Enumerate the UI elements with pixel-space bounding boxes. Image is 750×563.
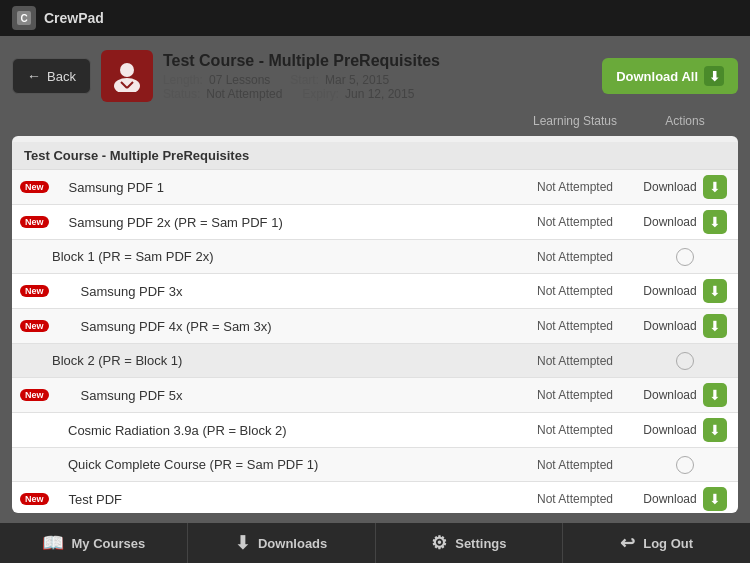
download-all-icon: ⬇: [704, 66, 724, 86]
download-label: Download: [643, 319, 696, 333]
row-action: [640, 352, 730, 370]
start-label: Start:: [290, 73, 319, 87]
row-label: Samsung PDF 1: [53, 180, 510, 195]
table-row: Block 2 (PR = Block 1) Not Attempted: [12, 344, 738, 378]
new-badge: New: [20, 216, 49, 228]
new-badge: New: [20, 181, 49, 193]
back-label: Back: [47, 69, 76, 84]
new-badge: New: [20, 389, 49, 401]
settings-icon: ⚙: [431, 532, 447, 554]
circle-status-icon: [676, 248, 694, 266]
downloads-icon: ⬇: [235, 532, 250, 554]
titlebar: C CrewPad: [0, 0, 750, 36]
course-icon: [101, 50, 153, 102]
nav-item-my-courses[interactable]: 📖 My Courses: [0, 523, 188, 563]
row-label: Block 1 (PR = Sam PDF 2x): [52, 249, 510, 264]
download-button[interactable]: ⬇: [703, 279, 727, 303]
circle-status-icon: [676, 352, 694, 370]
course-title: Test Course - Multiple PreRequisites: [163, 52, 592, 70]
download-label: Download: [643, 284, 696, 298]
nav-settings-label: Settings: [455, 536, 506, 551]
table-row: New Test PDF Not Attempted Download ⬇: [12, 482, 738, 513]
row-status: Not Attempted: [510, 180, 640, 194]
row-status: Not Attempted: [510, 492, 640, 506]
row-status: Not Attempted: [510, 319, 640, 333]
row-status: Not Attempted: [510, 215, 640, 229]
expiry-value: Jun 12, 2015: [345, 87, 414, 101]
bottom-nav: 📖 My Courses ⬇ Downloads ⚙ Settings ↩ Lo…: [0, 523, 750, 563]
row-label: Samsung PDF 5x: [53, 388, 510, 403]
row-action: Download ⬇: [640, 175, 730, 199]
nav-log-out-label: Log Out: [643, 536, 693, 551]
row-label: Samsung PDF 4x (PR = Sam 3x): [53, 319, 510, 334]
nav-item-settings[interactable]: ⚙ Settings: [376, 523, 564, 563]
learning-status-header: Learning Status: [510, 114, 640, 128]
download-label: Download: [643, 388, 696, 402]
download-button[interactable]: ⬇: [703, 314, 727, 338]
new-badge: New: [20, 285, 49, 297]
row-action: [640, 248, 730, 266]
svg-point-2: [120, 63, 134, 77]
table-row: Cosmic Radiation 3.9a (PR = Block 2) Not…: [12, 413, 738, 448]
my-courses-icon: 📖: [42, 532, 64, 554]
download-all-button[interactable]: Download All ⬇: [602, 58, 738, 94]
download-button[interactable]: ⬇: [703, 487, 727, 511]
course-info: Test Course - Multiple PreRequisites Len…: [163, 52, 592, 101]
download-label: Download: [643, 180, 696, 194]
row-label: Block 2 (PR = Block 1): [52, 353, 510, 368]
app-title: CrewPad: [44, 10, 104, 26]
row-action: Download ⬇: [640, 487, 730, 511]
main-content: ← Back Test Course - Multiple PreRequisi…: [0, 36, 750, 523]
row-status: Not Attempted: [510, 388, 640, 402]
start-value: Mar 5, 2015: [325, 73, 389, 87]
download-button[interactable]: ⬇: [703, 383, 727, 407]
row-status: Not Attempted: [510, 458, 640, 472]
nav-downloads-label: Downloads: [258, 536, 327, 551]
log-out-icon: ↩: [620, 532, 635, 554]
table-row: New Samsung PDF 3x Not Attempted Downloa…: [12, 274, 738, 309]
course-name-row: Test Course - Multiple PreRequisites: [12, 142, 738, 170]
download-button[interactable]: ⬇: [703, 418, 727, 442]
row-status: Not Attempted: [510, 354, 640, 368]
course-header: ← Back Test Course - Multiple PreRequisi…: [12, 46, 738, 106]
expiry-label: Expiry:: [302, 87, 339, 101]
length-label: Length:: [163, 73, 203, 87]
nav-my-courses-label: My Courses: [72, 536, 146, 551]
table-row: New Samsung PDF 1 Not Attempted Download…: [12, 170, 738, 205]
row-label: Cosmic Radiation 3.9a (PR = Block 2): [52, 423, 510, 438]
new-badge: New: [20, 320, 49, 332]
download-label: Download: [643, 423, 696, 437]
actions-header: Actions: [640, 114, 730, 128]
length-value: 07 Lessons: [209, 73, 270, 87]
row-action: Download ⬇: [640, 279, 730, 303]
app-icon: C: [12, 6, 36, 30]
download-button[interactable]: ⬇: [703, 175, 727, 199]
nav-item-downloads[interactable]: ⬇ Downloads: [188, 523, 376, 563]
row-action: Download ⬇: [640, 383, 730, 407]
download-label: Download: [643, 215, 696, 229]
status-value: Not Attempted: [206, 87, 282, 101]
course-meta: Length: 07 Lessons Start: Mar 5, 2015: [163, 73, 592, 87]
table-row: New Samsung PDF 2x (PR = Sam PDF 1) Not …: [12, 205, 738, 240]
download-button[interactable]: ⬇: [703, 210, 727, 234]
course-meta-2: Status: Not Attempted Expiry: Jun 12, 20…: [163, 87, 592, 101]
row-status: Not Attempted: [510, 423, 640, 437]
course-table: Test Course - Multiple PreRequisites New…: [12, 136, 738, 513]
row-label: Quick Complete Course (PR = Sam PDF 1): [52, 457, 510, 472]
svg-point-3: [114, 78, 140, 92]
row-label: Samsung PDF 2x (PR = Sam PDF 1): [53, 215, 510, 230]
download-label: Download: [643, 492, 696, 506]
row-action: [640, 456, 730, 474]
row-action: Download ⬇: [640, 418, 730, 442]
circle-status-icon: [676, 456, 694, 474]
table-row: New Samsung PDF 4x (PR = Sam 3x) Not Att…: [12, 309, 738, 344]
new-badge: New: [20, 493, 49, 505]
row-label: Test PDF: [53, 492, 510, 507]
row-action: Download ⬇: [640, 314, 730, 338]
table-row: New Samsung PDF 5x Not Attempted Downloa…: [12, 378, 738, 413]
back-button[interactable]: ← Back: [12, 58, 91, 94]
nav-item-log-out[interactable]: ↩ Log Out: [563, 523, 750, 563]
svg-text:C: C: [20, 13, 27, 24]
download-all-label: Download All: [616, 69, 698, 84]
row-action: Download ⬇: [640, 210, 730, 234]
